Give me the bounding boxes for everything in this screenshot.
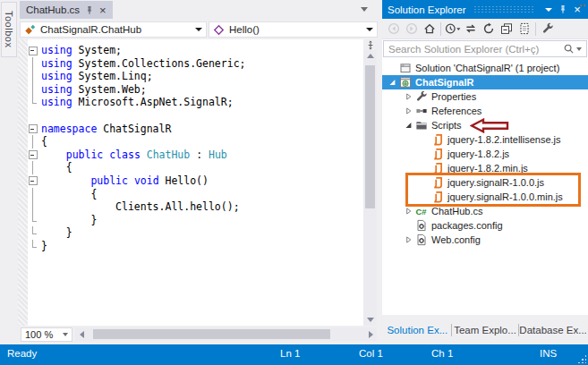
expand-arrow-icon[interactable] — [402, 105, 414, 117]
sync-icon[interactable] — [462, 21, 479, 38]
webapp-icon — [398, 76, 412, 89]
document-tab-well: ChatHub.cs × — [18, 0, 382, 19]
code-line[interactable]: Clients.All.hello(); — [18, 200, 363, 214]
code-line[interactable]: using Microsoft.AspNet.SignalR; — [18, 96, 363, 109]
code-line[interactable]: namespace ChatSignalR — [18, 123, 363, 136]
window-position-icon[interactable] — [541, 3, 556, 17]
vertical-scroll-thumb[interactable] — [365, 65, 375, 208]
collapse-all-icon[interactable] — [498, 21, 515, 38]
collapse-arrow-icon[interactable] — [402, 119, 414, 132]
search-icon[interactable] — [563, 43, 582, 55]
member-dropdown[interactable]: Hello() — [209, 21, 378, 38]
expand-arrow-icon[interactable] — [402, 205, 414, 217]
code-line[interactable]: using System; — [18, 44, 363, 57]
expand-arrow-icon[interactable] — [402, 90, 414, 103]
document-tab-chathub[interactable]: ChatHub.cs × — [20, 1, 113, 19]
expand-arrow-icon[interactable] — [402, 233, 414, 246]
outline-collapse-icon[interactable] — [29, 149, 38, 162]
horizontal-scroll-track[interactable] — [88, 327, 364, 341]
tree-item-packages-config[interactable]: packages.config — [382, 218, 588, 233]
code-line[interactable]: { — [18, 188, 363, 201]
horizontal-scrollbar[interactable] — [75, 327, 377, 341]
pin-icon[interactable] — [85, 5, 94, 15]
outline-margin — [29, 70, 38, 83]
home-icon[interactable] — [421, 21, 438, 38]
code-editor[interactable]: using System;using System.Collections.Ge… — [18, 39, 363, 326]
scroll-up-button[interactable] — [363, 50, 377, 62]
solution-explorer-title-bar[interactable]: Solution Explorer × — [382, 0, 588, 19]
tree-item-chatsignalr[interactable]: ChatSignalR — [382, 75, 588, 89]
panel-tab-team-explo[interactable]: Team Explo... — [452, 325, 519, 335]
toolbox-tab[interactable]: Toolbox — [1, 2, 17, 57]
panel-tab-solution-ex[interactable]: Solution Ex... — [384, 325, 451, 335]
outline-collapse-icon[interactable] — [29, 44, 38, 57]
code-token: } — [41, 226, 72, 239]
panel-bottom-tabs: Solution Ex...Team Explo...Database Ex..… — [382, 315, 588, 344]
tree-item-scripts[interactable]: Scripts — [382, 118, 588, 132]
code-line[interactable]: { — [18, 135, 363, 149]
code-line[interactable]: public class ChatHub : Hub — [18, 149, 363, 162]
collapse-arrow-icon[interactable] — [386, 76, 398, 89]
tree-item-chathub-cs[interactable]: C#ChatHub.cs — [382, 204, 588, 218]
type-dropdown[interactable]: ChatSignalR.ChatHub — [20, 21, 207, 38]
tree-item-properties[interactable]: Properties — [382, 89, 588, 104]
pin-icon[interactable] — [556, 3, 570, 17]
chevron-down-icon — [63, 333, 68, 336]
tree-item-jquery-signalr-1-0-0-min-js[interactable]: jquery.signalR-1.0.0.min.js — [382, 190, 588, 204]
js-icon — [430, 148, 444, 160]
code-token: Clients.All.hello(); — [41, 200, 240, 213]
code-line[interactable]: } — [18, 226, 363, 240]
code-token: { — [41, 135, 47, 148]
code-line[interactable]: public void Hello() — [18, 174, 363, 188]
editor-group: ChatHub.cs × ChatSignalR.ChatHub Hello()… — [18, 0, 382, 344]
tree-item-jquery-1-8-2-js[interactable]: jquery-1.8.2.js — [382, 147, 588, 161]
forward-icon — [403, 21, 420, 38]
code-line[interactable]: using System.Collections.Generic; — [18, 57, 363, 71]
tree-item-web-config[interactable]: Web.config — [382, 233, 588, 247]
tree-item-jquery-signalr-1-0-0-js[interactable]: jquery.signalR-1.0.0.js — [382, 175, 588, 190]
refresh-icon[interactable] — [480, 21, 497, 38]
js-icon — [430, 191, 444, 203]
show-all-files-icon[interactable] — [516, 21, 533, 38]
vs-main-window: Toolbox ChatHub.cs × ChatSignalR.ChatHub… — [0, 0, 588, 365]
outline-collapse-icon[interactable] — [29, 123, 38, 136]
history-icon[interactable] — [444, 21, 461, 38]
properties-icon[interactable] — [539, 21, 556, 38]
outline-margin — [29, 57, 38, 71]
code-line[interactable] — [18, 109, 363, 123]
toolbar-overflow-icon[interactable]: ▪▪ — [579, 1, 586, 10]
code-line[interactable]: { — [18, 161, 363, 174]
document-list-dropdown-icon[interactable] — [361, 7, 368, 12]
tree-item-solution-chatsignalr-1-project[interactable]: Solution 'ChatSignalR' (1 project) — [382, 61, 588, 75]
tree-spacer — [418, 176, 430, 189]
code-token: System; — [72, 44, 122, 56]
solution-tree: Solution 'ChatSignalR' (1 project)ChatSi… — [382, 61, 588, 315]
resize-grip[interactable] — [577, 354, 586, 363]
vertical-scrollbar[interactable] — [363, 39, 377, 326]
status-bar: Ready Ln 1 Col 1 Ch 1 INS — [0, 344, 588, 365]
zoom-dropdown[interactable]: 100 % — [21, 327, 72, 342]
search-input[interactable]: Search Solution Explorer (Ctrl+ç) — [383, 40, 587, 57]
scroll-right-button[interactable] — [364, 327, 377, 341]
tree-item-jquery-1-8-2-intellisense-js[interactable]: jquery-1.8.2.intellisense.js — [382, 132, 588, 147]
tree-item-jquery-1-8-2-min-js[interactable]: jquery-1.8.2.min.js — [382, 161, 588, 175]
tree-item-label: References — [431, 106, 481, 116]
outline-margin — [29, 188, 38, 201]
close-icon[interactable]: × — [99, 4, 107, 16]
scroll-down-button[interactable] — [363, 314, 377, 326]
tree-spacer — [418, 162, 430, 174]
horizontal-scroll-thumb[interactable] — [93, 329, 330, 339]
code-line[interactable]: using System.Web; — [18, 83, 363, 97]
code-token — [41, 149, 66, 161]
code-line[interactable]: } — [18, 240, 363, 253]
tree-item-references[interactable]: References — [382, 104, 588, 118]
outline-collapse-icon[interactable] — [29, 174, 38, 188]
code-line[interactable]: } — [18, 214, 363, 227]
class-icon — [24, 24, 36, 36]
scroll-left-button[interactable] — [75, 327, 88, 341]
svg-text:C#: C# — [415, 207, 427, 216]
panel-tab-database-ex[interactable]: Database Ex... — [519, 325, 586, 335]
code-line[interactable]: using System.Linq; — [18, 70, 363, 83]
status-ready: Ready — [7, 348, 37, 359]
split-editor-handle[interactable] — [363, 39, 377, 50]
